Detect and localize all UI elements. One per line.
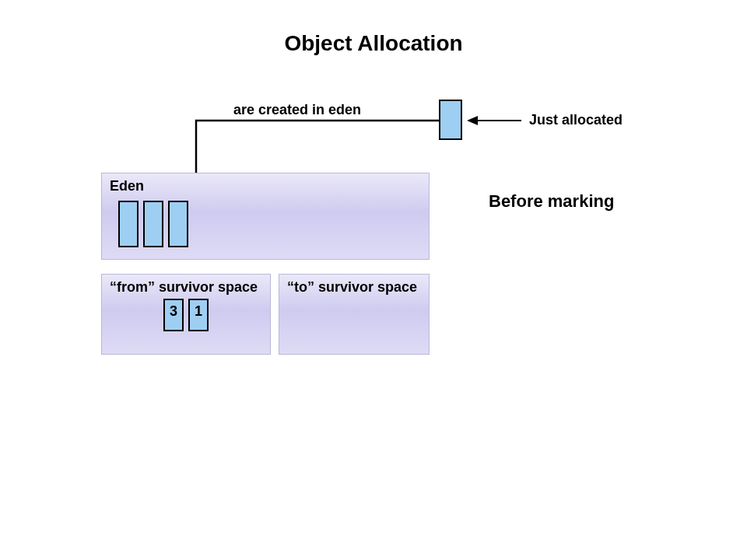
label-created-in-eden: are created in eden	[233, 102, 361, 118]
svg-marker-1	[467, 116, 478, 125]
from-survivor-object-1-value: 3	[165, 303, 182, 320]
region-eden-label: Eden	[110, 178, 144, 194]
diagram-stage: Object Allocation are created in eden Ju…	[0, 0, 747, 560]
region-to-survivor-label: “to” survivor space	[287, 279, 417, 296]
region-to-survivor: “to” survivor space	[279, 274, 430, 355]
from-survivor-object-1: 3	[163, 299, 184, 331]
from-survivor-object-2: 1	[188, 299, 209, 331]
region-from-survivor: “from” survivor space	[101, 274, 271, 355]
label-just-allocated: Just allocated	[529, 112, 622, 128]
diagram-title: Object Allocation	[0, 31, 747, 56]
eden-object-2	[143, 201, 163, 247]
from-survivor-object-2-value: 1	[190, 303, 207, 320]
eden-object-3	[168, 201, 188, 247]
arrow-just-allocated	[467, 115, 521, 126]
label-before-marking: Before marking	[489, 191, 614, 212]
eden-object-1	[118, 201, 139, 247]
region-from-survivor-label: “from” survivor space	[110, 279, 258, 296]
